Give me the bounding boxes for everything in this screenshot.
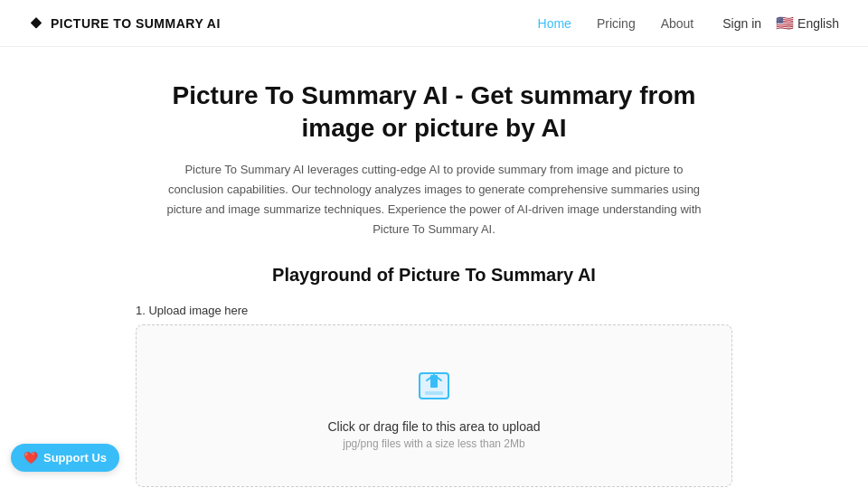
support-label: Support Us bbox=[43, 451, 107, 465]
upload-hint: jpg/png files with a size less than 2Mb bbox=[343, 437, 524, 450]
upload-label: 1. Upload image here bbox=[136, 304, 732, 317]
support-button[interactable]: ❤️ Support Us bbox=[11, 444, 119, 472]
playground-title: Playground of Picture To Summary AI bbox=[136, 265, 732, 286]
upload-dropzone[interactable]: Click or drag file to this area to uploa… bbox=[136, 324, 732, 487]
signin-link[interactable]: Sign in bbox=[722, 16, 761, 31]
nav-home[interactable]: Home bbox=[538, 16, 571, 31]
svg-rect-0 bbox=[31, 17, 42, 29]
heart-icon: ❤️ bbox=[24, 451, 38, 465]
logo-text: PICTURE TO SUMMARY AI bbox=[51, 16, 221, 31]
language-selector[interactable]: 🇺🇸 English bbox=[776, 14, 839, 32]
hero-description: Picture To Summary AI leverages cutting-… bbox=[163, 160, 705, 239]
logo-icon bbox=[29, 16, 43, 31]
hero-title: Picture To Summary AI - Get summary from… bbox=[136, 80, 732, 145]
main-content: Picture To Summary AI - Get summary from… bbox=[118, 47, 750, 488]
nav-links: Home Pricing About bbox=[538, 16, 694, 31]
upload-text: Click or drag file to this area to uploa… bbox=[327, 419, 540, 434]
nav-right: Sign in 🇺🇸 English bbox=[722, 14, 839, 32]
logo[interactable]: PICTURE TO SUMMARY AI bbox=[29, 16, 221, 31]
flag-icon: 🇺🇸 bbox=[776, 14, 794, 32]
navbar: PICTURE TO SUMMARY AI Home Pricing About… bbox=[0, 0, 868, 47]
svg-rect-3 bbox=[425, 391, 443, 395]
upload-icon bbox=[412, 362, 456, 408]
nav-pricing[interactable]: Pricing bbox=[597, 16, 636, 31]
language-label: English bbox=[797, 16, 839, 31]
nav-about[interactable]: About bbox=[661, 16, 694, 31]
svg-rect-2 bbox=[430, 375, 438, 388]
